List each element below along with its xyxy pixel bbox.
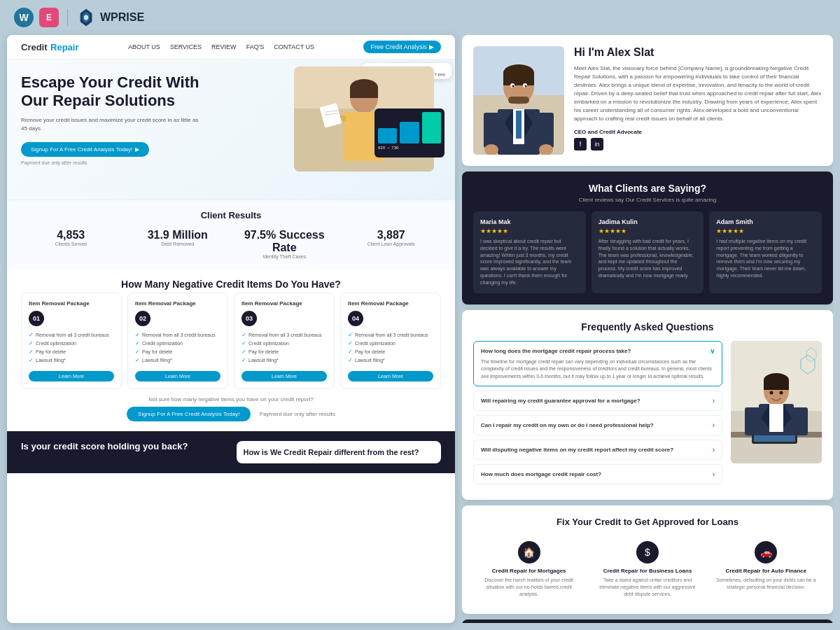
nav-faq[interactable]: FAQ'S — [246, 43, 265, 50]
faq-question-2: Will repairing my credit guarantee appro… — [481, 397, 715, 405]
faq-question-1: How long does the mortgage credit repair… — [481, 347, 715, 355]
site-nav: Credit Repair ABOUT US SERVICES REVIEW F… — [7, 35, 455, 59]
stat-clients-label: Clients Served — [21, 241, 121, 246]
pkg1-f2: ✓ Credit optimization — [29, 340, 114, 346]
package-3-num: 03 — [241, 311, 257, 326]
top-bar: W E WPRISE — [0, 0, 840, 35]
faq-item-3[interactable]: Can I repair my credit on my own or do I… — [473, 415, 722, 435]
right-panel: Hi I'm Alex Slat Meet Alex Slat, the vis… — [462, 35, 833, 623]
package-3-title: Item Removal Package — [241, 300, 327, 307]
svg-rect-40 — [769, 404, 783, 432]
auto-icon: 🚗 — [755, 541, 777, 564]
chart-box: 620 → 730 — [374, 108, 444, 158]
loan-mortgage-title: Credit Repair for Mortgages — [479, 568, 579, 574]
faq-item-2[interactable]: Will repairing my credit guarantee appro… — [473, 391, 722, 411]
package-4-num: 04 — [348, 311, 363, 326]
faq-item-5[interactable]: How much does mortgage credit repair cos… — [473, 464, 722, 484]
svg-rect-29 — [484, 113, 499, 148]
faq-item-4[interactable]: Will disputing negative items on my cred… — [473, 440, 722, 460]
business-icon: $ — [636, 541, 659, 564]
pkg4-f2: ✓ Credit optimization — [348, 340, 433, 346]
faq-question-5: How much does mortgage credit repair cos… — [481, 470, 715, 478]
nav-review[interactable]: REVIEW — [211, 43, 237, 50]
left-panel: Credit Repair ABOUT US SERVICES REVIEW F… — [7, 35, 455, 623]
logo-divider — [67, 9, 68, 26]
faq-section: Frequently Asked Questions How long does… — [462, 310, 833, 500]
testimonials-title: What Clients are Saying? — [473, 183, 822, 194]
chart-bar-1 — [378, 128, 397, 144]
chart-labels: 620 → 730 — [378, 146, 441, 150]
stats-section: Client Results 4,853 Clients Served 31.9… — [7, 200, 455, 269]
testimonial-1-text: I was skeptical about credit repair but … — [480, 238, 579, 286]
package-1-title: Item Removal Package — [29, 300, 114, 307]
testimonial-2-text: After struggling with bad credit for yea… — [598, 238, 697, 279]
pkg4-f1: ✓ Removal from all 3 credit bureaus — [348, 332, 433, 338]
loan-mortgage-desc: Discover the harsh realities of your cre… — [479, 577, 579, 597]
testimonial-3-text: I had multiple negative items on my cred… — [716, 238, 815, 279]
loan-title: Fix Your Credit to Get Approved for Loan… — [473, 517, 822, 527]
testimonials-subtitle: Client reviews say Our Credit Services i… — [473, 197, 822, 203]
stat-debt-number: 31.9 Million — [128, 229, 228, 241]
bottom-dark-section: Is your credit score holding you back? H… — [7, 431, 455, 473]
alex-social: f in — [574, 138, 822, 150]
package-1-btn[interactable]: Learn More — [29, 371, 114, 382]
stat-loans-label: Client Loan Approvals — [342, 241, 442, 246]
loan-auto: 🚗 Credit Repair for Auto Finance Sometim… — [710, 536, 822, 603]
testimonial-1: Maria Mak ★★★★★ I was skeptical about cr… — [473, 211, 586, 293]
nav-about[interactable]: ABOUT US — [128, 43, 160, 50]
testimonial-1-stars: ★★★★★ — [480, 227, 579, 234]
pkg2-f4: ✓ Lawsuit filing* — [135, 357, 220, 363]
stat-success: 97.5% Success Rate Identity Theft Cases — [234, 229, 335, 259]
faq-arrow-3: › — [713, 421, 715, 429]
faq-answer-1: The timeline for mortgage credit repair … — [481, 358, 715, 381]
svg-rect-48 — [792, 407, 808, 435]
cta-text: Not sure how many negative items you hav… — [21, 396, 441, 402]
svg-rect-13 — [350, 88, 378, 98]
stat-clients: 4,853 Clients Served — [21, 229, 121, 259]
package-3-btn[interactable]: Learn More — [241, 371, 327, 382]
nav-cta-button[interactable]: Free Credit Analysis ▶ — [363, 41, 441, 53]
cta-note: Payment due only after results — [260, 411, 335, 417]
hero-title: Escape Your Credit With Our Repair Solut… — [21, 74, 203, 111]
package-3: Item Removal Package 03 ✓ Removal from a… — [234, 293, 335, 389]
hero-cta-button[interactable]: Signup For A Free Credit Analysis Today!… — [21, 142, 149, 157]
faq-list: How long does the mortgage credit repair… — [473, 341, 722, 489]
alex-image — [473, 46, 564, 155]
stat-loans-number: 3,887 — [342, 229, 442, 241]
testimonial-2: Jadima Kulin ★★★★★ After struggling with… — [592, 211, 704, 293]
packages-cta-btn[interactable]: Signup For A Free Credit Analysis Today! — [127, 407, 251, 421]
svg-point-27 — [512, 85, 514, 88]
alex-job-title: CEO and Credit Advocate — [574, 129, 822, 135]
faq-arrow-4: › — [713, 446, 715, 454]
package-2-btn[interactable]: Learn More — [135, 371, 220, 382]
bottom-grid: Is your credit score holding you back? H… — [21, 441, 441, 463]
loan-business-desc: Take a stand against unfair creditors an… — [597, 577, 697, 597]
loan-auto-title: Credit Repair for Auto Finance — [716, 568, 816, 574]
alex-section: Hi I'm Alex Slat Meet Alex Slat, the vis… — [462, 35, 833, 166]
loan-business-title: Credit Repair for Business Loans — [597, 568, 697, 574]
faq-question-4: Will disputing negative items on my cred… — [481, 446, 715, 454]
stats-grid: 4,853 Clients Served 31.9 Million Debt R… — [21, 229, 441, 259]
pkg2-f2: ✓ Credit optimization — [135, 340, 220, 346]
nav-services[interactable]: SERVICES — [170, 43, 202, 50]
linkedin-icon[interactable]: in — [591, 138, 603, 150]
package-4-btn[interactable]: Learn More — [348, 371, 433, 382]
testimonial-3: Adam Smith ★★★★★ I had multiple negative… — [709, 211, 822, 293]
hero-content: Escape Your Credit With Our Repair Solut… — [21, 74, 203, 165]
chart-bar-2 — [400, 122, 419, 144]
package-4: Item Removal Package 04 ✓ Removal from a… — [340, 293, 441, 389]
chart-bar-3 — [422, 112, 441, 144]
faq-arrow-5: › — [713, 470, 715, 478]
svg-point-28 — [525, 85, 527, 88]
svg-rect-24 — [508, 97, 529, 104]
hero-section: Escape Your Credit With Our Repair Solut… — [7, 59, 455, 200]
testimonials-grid: Maria Mak ★★★★★ I was skeptical about cr… — [473, 211, 822, 293]
facebook-icon[interactable]: f — [574, 138, 587, 150]
faq-item-1[interactable]: How long does the mortgage credit repair… — [473, 341, 722, 387]
faq-arrow-1: ∨ — [710, 347, 715, 355]
nav-contact[interactable]: CONTACT US — [274, 43, 314, 50]
package-1-num: 01 — [29, 311, 44, 326]
stat-success-label: Identity Theft Cases — [234, 254, 335, 259]
contact-section: Any Questions? Our team of credit repair… — [462, 620, 833, 623]
loan-business: $ Credit Repair for Business Loans Take … — [592, 536, 703, 603]
